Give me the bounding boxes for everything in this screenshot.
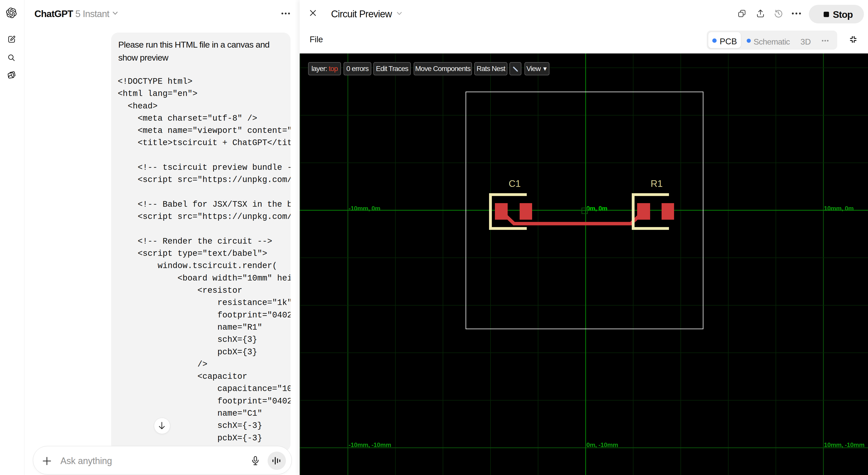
svg-text:-10mm, -10mm: -10mm, -10mm — [349, 441, 391, 448]
svg-text:10mm, -10mm: 10mm, -10mm — [824, 441, 864, 448]
svg-text:C1: C1 — [509, 178, 521, 189]
svg-text:0m, -10mm: 0m, -10mm — [586, 441, 618, 448]
svg-text:-10mm, 0m: -10mm, 0m — [349, 205, 380, 212]
svg-text:0m, 0m: 0m, 0m — [586, 205, 607, 212]
svg-text:10mm, 0m: 10mm, 0m — [824, 205, 854, 212]
svg-text:R1: R1 — [651, 178, 662, 189]
